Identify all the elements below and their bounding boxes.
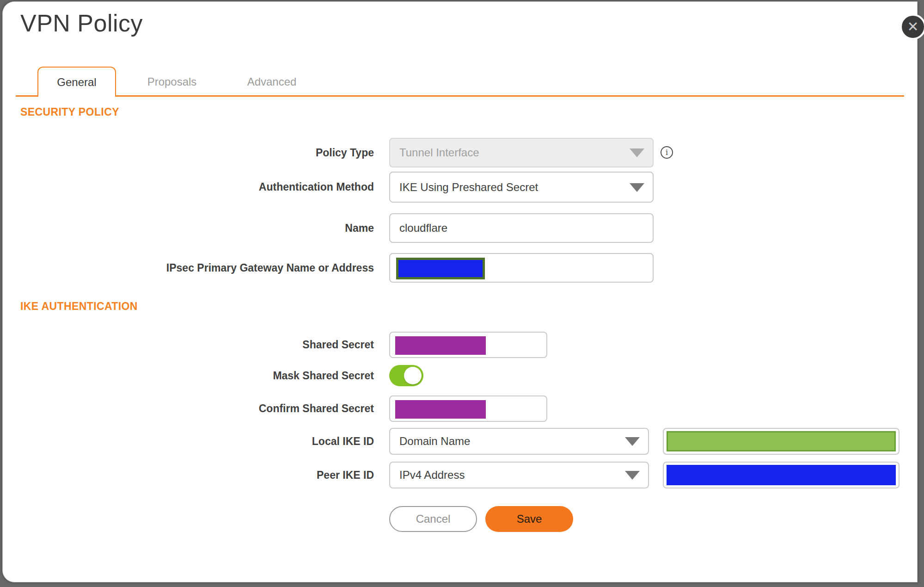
ipsec-gateway-label: IPsec Primary Gateway Name or Address xyxy=(3,253,374,283)
section-ike-authentication: IKE AUTHENTICATION xyxy=(20,300,138,313)
row-local-ike-id: Local IKE ID Domain Name xyxy=(3,428,917,455)
authentication-method-select[interactable]: IKE Using Preshared Secret xyxy=(389,172,654,203)
authentication-method-value: IKE Using Preshared Secret xyxy=(399,181,538,194)
row-ipsec-gateway: IPsec Primary Gateway Name or Address xyxy=(3,253,917,283)
tab-general-label: General xyxy=(57,76,96,89)
name-input[interactable]: cloudflare xyxy=(389,213,654,243)
ipsec-gateway-input[interactable] xyxy=(389,253,654,283)
tab-advanced[interactable]: Advanced xyxy=(233,67,311,97)
confirm-shared-secret-label: Confirm Shared Secret xyxy=(3,395,374,422)
mask-shared-secret-label: Mask Shared Secret xyxy=(3,365,374,386)
name-value: cloudflare xyxy=(399,222,447,235)
authentication-method-label: Authentication Method xyxy=(3,172,374,203)
local-ike-id-value: Domain Name xyxy=(399,435,470,448)
chevron-down-icon xyxy=(630,148,644,157)
local-ike-id-label: Local IKE ID xyxy=(3,428,374,455)
policy-type-label: Policy Type xyxy=(3,138,374,167)
row-shared-secret: Shared Secret xyxy=(3,332,917,358)
mask-shared-secret-toggle[interactable] xyxy=(389,365,423,386)
vpn-policy-dialog: VPN Policy ✕ General Proposals Advanced … xyxy=(2,1,918,582)
policy-type-value: Tunnel Interface xyxy=(399,146,479,159)
chevron-down-icon xyxy=(625,437,640,446)
row-mask-shared-secret: Mask Shared Secret xyxy=(3,365,917,386)
cancel-button-label: Cancel xyxy=(416,513,451,525)
tab-general[interactable]: General xyxy=(37,67,116,97)
tab-proposals[interactable]: Proposals xyxy=(133,67,211,97)
row-name: Name cloudflare xyxy=(3,213,917,243)
row-peer-ike-id: Peer IKE ID IPv4 Address xyxy=(3,462,917,488)
peer-ike-id-label: Peer IKE ID xyxy=(3,462,374,488)
redacted-confirm-shared-secret xyxy=(395,400,486,419)
row-policy-type: Policy Type Tunnel Interface i xyxy=(3,138,917,167)
dialog-title: VPN Policy xyxy=(20,9,143,37)
section-security-policy: SECURITY POLICY xyxy=(20,106,119,118)
row-confirm-shared-secret: Confirm Shared Secret xyxy=(3,395,917,422)
row-authentication-method: Authentication Method IKE Using Preshare… xyxy=(3,172,917,203)
redacted-local-ike-id xyxy=(667,431,896,451)
chevron-down-icon xyxy=(625,471,640,480)
save-button[interactable]: Save xyxy=(485,506,573,532)
close-button[interactable]: ✕ xyxy=(900,14,924,40)
confirm-shared-secret-input[interactable] xyxy=(389,395,547,422)
name-label: Name xyxy=(3,213,374,243)
peer-ike-id-value: IPv4 Address xyxy=(399,469,465,482)
local-ike-id-input[interactable] xyxy=(663,428,900,455)
peer-ike-id-select[interactable]: IPv4 Address xyxy=(389,462,649,488)
redacted-peer-ike-id xyxy=(667,465,896,485)
redacted-gateway-value xyxy=(396,258,485,279)
toggle-knob xyxy=(404,367,422,384)
info-icon[interactable]: i xyxy=(661,146,673,159)
close-icon: ✕ xyxy=(907,20,918,34)
shared-secret-label: Shared Secret xyxy=(3,332,374,358)
shared-secret-input[interactable] xyxy=(389,332,547,358)
local-ike-id-select[interactable]: Domain Name xyxy=(389,428,649,455)
policy-type-select[interactable]: Tunnel Interface xyxy=(389,138,654,167)
chevron-down-icon xyxy=(630,183,644,192)
tab-proposals-label: Proposals xyxy=(147,75,197,88)
tab-advanced-label: Advanced xyxy=(247,75,297,88)
save-button-label: Save xyxy=(517,513,542,525)
peer-ike-id-input[interactable] xyxy=(663,462,900,488)
cancel-button[interactable]: Cancel xyxy=(389,506,477,532)
redacted-shared-secret xyxy=(395,336,486,355)
